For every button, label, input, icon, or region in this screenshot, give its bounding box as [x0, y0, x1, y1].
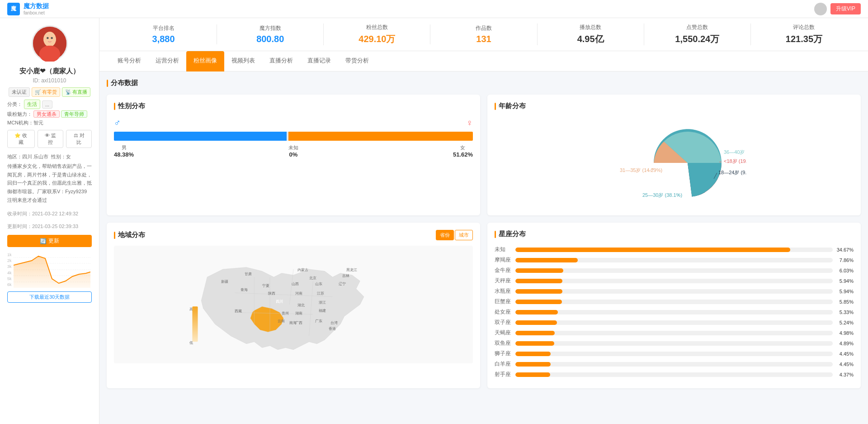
y-axis: 1k 2k 3k 4k 5k 6k — [7, 252, 12, 288]
app-container: 魔 魔方数据 fanbox.net 升级VIP — [0, 0, 868, 424]
svg-point-4 — [47, 37, 49, 39]
china-map-svg: 新疆 甘肃 青海 西藏 宁夏 陕西 四川 贵州 云南 山西 河南 — [114, 246, 473, 363]
gender-labels: 男 48.38% 未知 0% 女 51.62% — [114, 144, 473, 158]
logo-icon: 魔 — [7, 3, 20, 15]
tab-fan-profile[interactable]: 粉丝画像 — [186, 51, 224, 71]
constellation-item: 处女座 5.33% — [495, 308, 854, 316]
goods-tag: 🛒 有零货 — [32, 87, 60, 97]
monitor-btn[interactable]: 👁 监控 — [38, 130, 64, 148]
svg-text:湖南: 湖南 — [295, 311, 302, 315]
stat-platform-rank: 平台排名 3,880 — [110, 24, 217, 44]
region-btns: 省份 城市 — [436, 230, 473, 240]
constellation-item: 白羊座 4.45% — [495, 360, 854, 368]
age-pie-svg: 36—40岁 (19.05%) <18岁 (19.05%) 18—24岁 (9.… — [602, 118, 746, 208]
constellation-item: 双子座 5.24% — [495, 319, 854, 326]
profile-id: ID: axl101010 — [7, 77, 92, 84]
svg-text:黑龙江: 黑龙江 — [346, 268, 357, 272]
main-content: 分布数据 性别分布 ♂ ♀ — [99, 71, 868, 395]
svg-text:吉林: 吉林 — [342, 274, 349, 278]
constellation-card: 星座分布 未知 34.67% 摩羯座 7.86% 金牛座 6.03% 天秤座 — [487, 223, 861, 388]
svg-point-5 — [51, 37, 53, 39]
gender-chart: ♂ ♀ 男 48.38% — [114, 118, 473, 158]
constellation-item: 狮子座 4.45% — [495, 350, 854, 357]
profile-avatar — [7, 25, 92, 62]
svg-text:广东: 广东 — [315, 319, 322, 323]
stat-works-count: 作品数 131 — [430, 24, 537, 44]
constellation-item: 射手座 4.37% — [495, 371, 854, 378]
svg-text:四川: 四川 — [276, 300, 283, 304]
svg-text:低: 低 — [189, 341, 193, 345]
fav-tag-1: 青年导师 — [61, 110, 87, 118]
tab-goods-analysis[interactable]: 带货分析 — [338, 51, 376, 71]
age-title: 年龄分布 — [495, 102, 854, 110]
tab-live-analysis[interactable]: 直播分析 — [262, 51, 300, 71]
profile-tags: 未认证 🛒 有零货 📡 有直播 — [7, 87, 92, 97]
content-area: 平台排名 3,880 魔方指数 800.80 粉丝总数 429.10万 作品数 … — [99, 18, 868, 424]
stat-plays-total: 播放总数 4.95亿 — [537, 24, 644, 45]
tabs-bar: 账号分析 运营分析 粉丝画像 视频列表 直播分析 直播记录 带货分析 — [99, 51, 868, 71]
region-gender-row: 地区：四川 乐山市 性别：女 — [7, 153, 92, 160]
fav-tag-0: 男女通杀 — [33, 110, 60, 118]
fav-magnet-row: 吸粉魅力： 男女通杀 青年导师 — [7, 111, 92, 118]
svg-text:青海: 青海 — [241, 288, 248, 292]
svg-point-3 — [43, 33, 56, 46]
city-btn[interactable]: 城市 — [455, 230, 473, 240]
tab-video-list[interactable]: 视频列表 — [224, 51, 262, 71]
download-btn[interactable]: 下载最近30天数据 — [7, 291, 92, 303]
tab-operation-analysis[interactable]: 运营分析 — [148, 51, 186, 71]
svg-text:陕西: 陕西 — [268, 291, 275, 295]
gender-icons: ♂ ♀ — [114, 118, 473, 128]
logo-text: 魔方数据 fanbox.net — [24, 2, 49, 15]
svg-text:<18岁 (19.05%): <18岁 (19.05%) — [724, 158, 746, 164]
gender-title: 性别分布 — [114, 102, 473, 110]
main-layout: 安小鹿❤（鹿家人） ID: axl101010 未认证 🛒 有零货 📡 有直播 … — [0, 18, 868, 424]
constellation-item: 双鱼座 4.89% — [495, 339, 854, 347]
svg-text:香港: 香港 — [329, 327, 336, 331]
female-icon: ♀ — [466, 118, 473, 128]
top-bar: 魔 魔方数据 fanbox.net 升级VIP — [0, 0, 868, 18]
top-right-controls: 升级VIP — [814, 3, 861, 15]
svg-text:江苏: 江苏 — [317, 291, 324, 295]
stat-fans-total: 粉丝总数 429.10万 — [323, 24, 430, 45]
svg-text:31—35岁 (14.29%): 31—35岁 (14.29%) — [620, 167, 662, 173]
svg-text:贵州: 贵州 — [282, 311, 289, 315]
refresh-btn[interactable]: 🔄 更新 — [7, 235, 92, 247]
svg-text:宁夏: 宁夏 — [262, 284, 269, 288]
constellation-item: 金牛座 6.03% — [495, 267, 854, 274]
gender-card: 性别分布 ♂ ♀ — [107, 95, 480, 215]
svg-text:新疆: 新疆 — [221, 280, 228, 284]
category-tag: 生活 — [24, 100, 40, 109]
tab-account-analysis[interactable]: 账号分析 — [110, 51, 148, 71]
collect-time: 收录时间：2021-03-22 12:49:32 — [7, 210, 92, 219]
update-time: 更新时间：2021-03-25 02:39:33 — [7, 222, 92, 231]
mcn-row: MCN机构：智元 — [7, 119, 92, 126]
constellation-item: 天秤座 5.94% — [495, 277, 854, 285]
user-avatar — [814, 3, 827, 15]
province-btn[interactable]: 省份 — [436, 230, 454, 240]
svg-text:福建: 福建 — [319, 309, 326, 313]
svg-text:甘肃: 甘肃 — [245, 272, 252, 276]
tab-live-records[interactable]: 直播记录 — [300, 51, 338, 71]
upgrade-btn[interactable]: 升级VIP — [830, 3, 861, 14]
verified-tag: 未认证 — [9, 87, 30, 97]
constellation-item: 水瓶座 5.94% — [495, 287, 854, 295]
svg-text:北京: 北京 — [309, 276, 316, 280]
svg-text:河南: 河南 — [295, 291, 302, 295]
female-label: 女 51.62% — [453, 144, 473, 158]
region-card: 地域分布 省份 城市 — [107, 223, 480, 388]
category-row: 分类： 生活 ... — [7, 100, 92, 109]
male-icon: ♂ — [114, 118, 121, 128]
section-title-distribution: 分布数据 — [107, 79, 861, 87]
constellation-item: 未知 34.67% — [495, 246, 854, 253]
svg-text:南海: 南海 — [289, 321, 297, 325]
constellation-list: 未知 34.67% 摩羯座 7.86% 金牛座 6.03% 天秤座 5.94% — [495, 246, 854, 378]
stat-magic-index: 魔方指数 800.80 — [217, 24, 323, 44]
constellation-item: 巨蟹座 5.85% — [495, 298, 854, 305]
avatar-image — [32, 25, 68, 62]
gender-bar-male — [114, 132, 287, 141]
mini-chart-container: 1k 2k 3k 4k 5k 6k — [7, 252, 92, 288]
compare-btn[interactable]: ⚖ 对比 — [66, 130, 92, 148]
collect-btn[interactable]: ⭐ 收藏 — [7, 130, 35, 148]
logo: 魔 魔方数据 fanbox.net — [7, 2, 49, 15]
stat-comments-total: 评论总数 121.35万 — [750, 24, 857, 45]
